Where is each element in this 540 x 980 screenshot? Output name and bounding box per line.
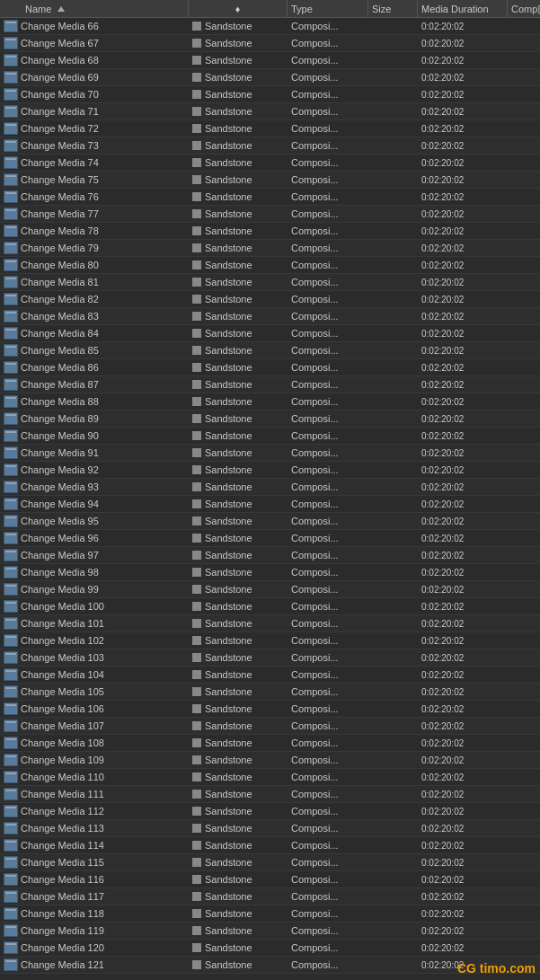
- col-header-comp[interactable]: Comp ⊞: [508, 0, 540, 17]
- col-header-size[interactable]: Size: [368, 0, 418, 17]
- table-row[interactable]: Change Media 94 Sandstone Composi... 0:0…: [0, 496, 540, 513]
- row-tag-text: Sandstone: [205, 311, 252, 322]
- row-duration-cell: 0:02:20:02: [418, 18, 508, 34]
- table-row[interactable]: Change Media 66 Sandstone Composi... 0:0…: [0, 18, 540, 35]
- table-row[interactable]: Change Media 110 Sandstone Composi... 0:…: [0, 769, 540, 786]
- row-duration-text: 0:02:20:02: [421, 602, 464, 612]
- table-row[interactable]: Change Media 92 Sandstone Composi... 0:0…: [0, 462, 540, 479]
- row-tag-text: Sandstone: [205, 89, 252, 100]
- table-row[interactable]: Change Media 98 Sandstone Composi... 0:0…: [0, 564, 540, 581]
- table-row[interactable]: Change Media 76 Sandstone Composi... 0:0…: [0, 189, 540, 206]
- table-row[interactable]: Change Media 79 Sandstone Composi... 0:0…: [0, 240, 540, 257]
- row-tag-text: Sandstone: [205, 21, 252, 31]
- table-row[interactable]: Change Media 73 Sandstone Composi... 0:0…: [0, 137, 540, 155]
- row-comp-cell: [508, 172, 540, 188]
- table-row[interactable]: Change Media 102 Sandstone Composi... 0:…: [0, 632, 540, 649]
- row-name-text: Change Media 111: [21, 789, 104, 799]
- row-name-text: Change Media 67: [21, 38, 99, 49]
- tag-dot-icon: [192, 465, 201, 474]
- row-type-text: Composi...: [291, 533, 339, 543]
- row-type-text: Composi...: [291, 652, 339, 663]
- row-type-cell: Composi...: [288, 632, 368, 649]
- row-comp-cell: [508, 393, 540, 410]
- row-name-text: Change Media 106: [21, 703, 104, 714]
- table-row[interactable]: Change Media 84 Sandstone Composi... 0:0…: [0, 325, 540, 342]
- file-icon: [4, 771, 18, 783]
- table-row[interactable]: Change Media 87 Sandstone Composi... 0:0…: [0, 376, 540, 393]
- row-tag-cell: Sandstone: [189, 393, 288, 410]
- table-row[interactable]: Change Media 75 Sandstone Composi... 0:0…: [0, 172, 540, 189]
- table-row[interactable]: Change Media 116 Sandstone Composi... 0:…: [0, 871, 540, 888]
- table-row[interactable]: Change Media 71 Sandstone Composi... 0:0…: [0, 103, 540, 120]
- row-type-text: Composi...: [291, 345, 339, 356]
- table-row[interactable]: Change Media 95 Sandstone Composi... 0:0…: [0, 513, 540, 530]
- file-icon: [4, 378, 18, 391]
- table-row[interactable]: Change Media 115 Sandstone Composi... 0:…: [0, 854, 540, 871]
- table-row[interactable]: Change Media 120 Sandstone Composi... 0:…: [0, 940, 540, 957]
- row-duration-cell: 0:02:20:02: [418, 905, 508, 922]
- row-size-cell: [368, 530, 418, 546]
- row-duration-text: 0:02:20:02: [421, 431, 464, 441]
- row-duration-cell: 0:02:20:02: [418, 854, 508, 870]
- table-row[interactable]: Change Media 81 Sandstone Composi... 0:0…: [0, 274, 540, 291]
- table-row[interactable]: Change Media 96 Sandstone Composi... 0:0…: [0, 530, 540, 547]
- table-row[interactable]: Change Media 69 Sandstone Composi... 0:0…: [0, 69, 540, 86]
- file-icon: [4, 105, 18, 118]
- table-row[interactable]: Change Media 117 Sandstone Composi... 0:…: [0, 888, 540, 905]
- col-header-name[interactable]: Name: [0, 0, 189, 17]
- table-row[interactable]: Change Media 111 Sandstone Composi... 0:…: [0, 786, 540, 803]
- col-header-tag[interactable]: ♦: [189, 0, 288, 17]
- row-size-cell: [368, 923, 418, 939]
- table-row[interactable]: Change Media 109 Sandstone Composi... 0:…: [0, 752, 540, 769]
- row-size-cell: [368, 137, 418, 154]
- row-type-cell: Composi...: [288, 581, 368, 597]
- table-row[interactable]: Change Media 104 Sandstone Composi... 0:…: [0, 667, 540, 684]
- row-comp-cell: [508, 69, 540, 85]
- row-duration-text: 0:02:20:02: [421, 807, 464, 817]
- row-tag-text: Sandstone: [205, 874, 252, 885]
- table-row[interactable]: Change Media 90 Sandstone Composi... 0:0…: [0, 428, 540, 445]
- table-row[interactable]: Change Media 118 Sandstone Composi... 0:…: [0, 905, 540, 923]
- table-row[interactable]: Change Media 101 Sandstone Composi... 0:…: [0, 615, 540, 632]
- table-row[interactable]: Change Media 80 Sandstone Composi... 0:0…: [0, 257, 540, 274]
- col-header-duration[interactable]: Media Duration: [418, 0, 508, 17]
- table-row[interactable]: Change Media 72 Sandstone Composi... 0:0…: [0, 120, 540, 137]
- row-name-cell: Change Media 68: [0, 52, 189, 68]
- table-row[interactable]: Change Media 113 Sandstone Composi... 0:…: [0, 820, 540, 837]
- table-row[interactable]: Change Media 112 Sandstone Composi... 0:…: [0, 803, 540, 820]
- table-row[interactable]: Change Media 119 Sandstone Composi... 0:…: [0, 923, 540, 940]
- table-row[interactable]: Change Media 100 Sandstone Composi... 0:…: [0, 598, 540, 615]
- table-row[interactable]: Change Media 74 Sandstone Composi... 0:0…: [0, 155, 540, 172]
- row-type-cell: Composi...: [288, 940, 368, 956]
- table-row[interactable]: Change Media 70 Sandstone Composi... 0:0…: [0, 86, 540, 103]
- row-type-cell: Composi...: [288, 257, 368, 273]
- row-size-cell: [368, 172, 418, 188]
- tag-dot-icon: [192, 602, 201, 611]
- table-row[interactable]: Change Media 107 Sandstone Composi... 0:…: [0, 718, 540, 735]
- row-name-cell: Change Media 120: [0, 940, 189, 956]
- table-row[interactable]: Change Media 108 Sandstone Composi... 0:…: [0, 735, 540, 752]
- table-row[interactable]: Change Media 88 Sandstone Composi... 0:0…: [0, 393, 540, 411]
- row-name-cell: Change Media 94: [0, 496, 189, 512]
- table-row[interactable]: Change Media 105 Sandstone Composi... 0:…: [0, 684, 540, 701]
- table-row[interactable]: Change Media 85 Sandstone Composi... 0:0…: [0, 342, 540, 359]
- table-row[interactable]: Change Media 106 Sandstone Composi... 0:…: [0, 701, 540, 718]
- table-row[interactable]: Change Media 99 Sandstone Composi... 0:0…: [0, 581, 540, 598]
- col-header-type[interactable]: Type: [288, 0, 368, 17]
- tag-dot-icon: [192, 499, 201, 508]
- table-row[interactable]: Change Media 91 Sandstone Composi... 0:0…: [0, 445, 540, 462]
- table-row[interactable]: Change Media 93 Sandstone Composi... 0:0…: [0, 479, 540, 496]
- table-row[interactable]: Change Media 97 Sandstone Composi... 0:0…: [0, 547, 540, 564]
- table-row[interactable]: Change Media 103 Sandstone Composi... 0:…: [0, 649, 540, 667]
- table-row[interactable]: Change Media 86 Sandstone Composi... 0:0…: [0, 359, 540, 376]
- table-row[interactable]: Change Media 67 Sandstone Composi... 0:0…: [0, 35, 540, 52]
- table-row[interactable]: Change Media 78 Sandstone Composi... 0:0…: [0, 223, 540, 240]
- row-duration-text: 0:02:20:02: [421, 534, 464, 543]
- table-row[interactable]: Change Media 89 Sandstone Composi... 0:0…: [0, 411, 540, 428]
- table-row[interactable]: Change Media 82 Sandstone Composi... 0:0…: [0, 291, 540, 308]
- table-row[interactable]: Change Media 68 Sandstone Composi... 0:0…: [0, 52, 540, 69]
- table-row[interactable]: Change Media 83 Sandstone Composi... 0:0…: [0, 308, 540, 325]
- row-duration-cell: 0:02:20:02: [418, 308, 508, 324]
- table-row[interactable]: Change Media 114 Sandstone Composi... 0:…: [0, 837, 540, 854]
- table-row[interactable]: Change Media 77 Sandstone Composi... 0:0…: [0, 206, 540, 223]
